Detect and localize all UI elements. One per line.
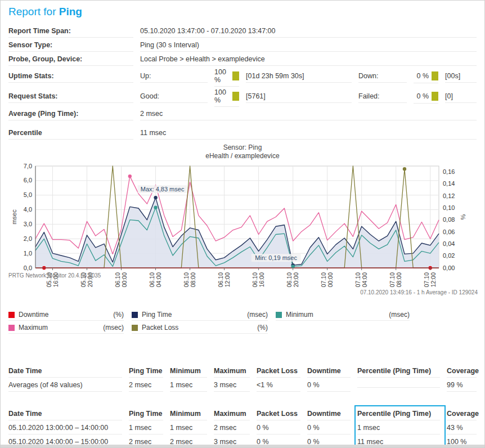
legend-item: Downtime(%) bbox=[8, 310, 124, 321]
table-header-cell: Coverage bbox=[447, 408, 477, 420]
table-header-cell: Date Time bbox=[8, 408, 122, 420]
legend-swatch bbox=[8, 325, 15, 331]
sensor-chart: Sensor: Ping eHealth / exampledevice 05.… bbox=[8, 144, 477, 301]
info-row-average: Average (Ping Time): 2 msec bbox=[8, 107, 477, 121]
table-cell: 1 msec bbox=[170, 379, 207, 392]
table-header-cell: Maximum bbox=[214, 365, 250, 378]
table-cell: Averages (of 48 values) bbox=[8, 379, 122, 392]
annotation-text: Min: 0,19 msec bbox=[255, 254, 297, 261]
y-tick-label-right: 0,10 bbox=[443, 204, 455, 211]
stat-detail: [01d 23h 59m 30s] bbox=[246, 70, 352, 83]
table-header-cell: Ping Time bbox=[129, 408, 163, 420]
table-cell: 1 msec bbox=[129, 422, 163, 434]
info-label: Average (Ping Time): bbox=[8, 108, 133, 120]
y-tick-label-left: 2,0 bbox=[24, 235, 32, 242]
y-tick-label-right: 0,04 bbox=[443, 240, 455, 247]
legend-unit: (msec) bbox=[247, 311, 268, 319]
y-tick-label-right: 0,00 bbox=[443, 265, 455, 271]
table-cell: 43 % bbox=[447, 422, 477, 434]
x-tick-label-time: 08:00 bbox=[190, 272, 196, 287]
table-header-cell: Minimum bbox=[170, 365, 207, 378]
stat-name: Good: bbox=[140, 91, 208, 103]
x-tick-label-date: 07.10 bbox=[389, 272, 396, 287]
hourly-table: Date TimePing TimeMinimumMaximumPacket L… bbox=[8, 407, 477, 448]
legend-label: Packet Loss bbox=[142, 324, 257, 331]
info-label: Sensor Type: bbox=[8, 39, 133, 52]
table-header-cell: Packet Loss bbox=[257, 408, 300, 420]
legend-label: Maximum bbox=[19, 324, 103, 331]
info-row-uptime-stats: Uptime Stats: Up: 100 % [01d 23h 59m 30s… bbox=[8, 66, 477, 87]
table-cell: 1 msec bbox=[170, 422, 207, 434]
y-tick-label-left: 1,0 bbox=[24, 250, 32, 257]
legend-label: Downtime bbox=[19, 311, 113, 319]
x-tick-label-time: 08:00 bbox=[396, 272, 402, 287]
table-header-cell: Coverage bbox=[447, 365, 477, 378]
y-tick-label-right: 0,14 bbox=[443, 180, 455, 187]
y-tick-label-right: 0,06 bbox=[443, 229, 455, 235]
horizontal-scrollbar[interactable] bbox=[1, 445, 484, 447]
legend-unit: (msec) bbox=[389, 311, 410, 319]
y-tick-label-left: 7,0 bbox=[24, 163, 32, 169]
table-cell: 0 % bbox=[307, 422, 351, 434]
minimum-marker bbox=[154, 206, 157, 209]
averages-table: Date TimePing TimeMinimumMaximumPacket L… bbox=[8, 364, 477, 392]
page-title-sensor: Ping bbox=[59, 6, 82, 17]
status-chip bbox=[432, 71, 438, 80]
spacer bbox=[8, 121, 477, 126]
table-header-row: Date TimePing TimeMinimumMaximumPacket L… bbox=[8, 407, 477, 421]
status-chip bbox=[232, 71, 239, 80]
x-tick-label-date: 07.10 bbox=[354, 272, 361, 287]
info-row-percentile: Percentile 11 msec bbox=[8, 126, 477, 140]
x-tick-label-date: 06.10 bbox=[252, 272, 258, 287]
chart-title: Sensor: Ping bbox=[8, 144, 477, 152]
legend-swatch bbox=[132, 312, 138, 318]
chart-footer-version: PRTG Network Monitor 20.4.64.1035 bbox=[8, 272, 101, 279]
x-tick-label-date: 06.10 bbox=[114, 272, 121, 287]
info-row-time-span: Report Time Span: 05.10.2020 13:47:00 - … bbox=[8, 24, 477, 38]
table-cell: 99 % bbox=[447, 379, 477, 392]
info-value: 2 msec bbox=[140, 108, 477, 120]
info-row-request-stats: Request Stats: Good: 100 % [5761] Failed… bbox=[8, 87, 477, 107]
info-value: 11 msec bbox=[140, 127, 477, 140]
legend-item: Minimum(msec) bbox=[276, 310, 410, 321]
table-cell: 3 msec bbox=[214, 379, 250, 392]
x-tick-label-date: 06.10 bbox=[149, 272, 155, 287]
info-label: Probe, Group, Device: bbox=[8, 53, 133, 66]
stat-percent: 0 % bbox=[416, 72, 429, 80]
table-row: Averages (of 48 values)2 msec1 msec3 mse… bbox=[8, 378, 477, 392]
legend-unit: (msec) bbox=[103, 324, 124, 331]
table-cell: 0 % bbox=[257, 422, 300, 434]
info-row-probe-group-device: Probe, Group, Device: Local Probe > eHea… bbox=[8, 52, 477, 66]
table-cell: 0 % bbox=[307, 379, 351, 392]
maximum-marker bbox=[128, 174, 132, 178]
table-header-cell: Minimum bbox=[170, 408, 207, 420]
chart-subtitle: eHealth / exampledevice bbox=[8, 152, 477, 160]
legend-item: Ping Time(msec) bbox=[132, 310, 268, 321]
table-cell bbox=[357, 383, 440, 388]
stat-value: 100 % bbox=[214, 87, 239, 107]
status-chip bbox=[432, 92, 438, 101]
ping-time-marker bbox=[154, 196, 157, 199]
table-header-cell: Downtime bbox=[307, 408, 351, 420]
x-tick-label-time: 12:00 bbox=[224, 272, 231, 287]
table-header-cell: Packet Loss bbox=[257, 365, 300, 378]
stat-name: Failed: bbox=[358, 91, 407, 103]
info-value: Local Probe > eHealth > exampledevice bbox=[140, 53, 477, 66]
info-row-sensor-type: Sensor Type: Ping (30 s Interval) bbox=[8, 38, 477, 52]
chart-plot-area: 05.1016:0005.1020:0006.1000:0006.1004:00… bbox=[8, 160, 477, 301]
stat-value: 0 % bbox=[414, 70, 438, 83]
y-tick-label-left: 6,0 bbox=[24, 177, 32, 183]
info-label: Request Stats: bbox=[8, 91, 133, 103]
x-tick-label-date: 07.10 bbox=[320, 272, 327, 287]
stat-percent: 100 % bbox=[214, 88, 230, 104]
stat-name: Up: bbox=[140, 70, 208, 83]
legend-swatch bbox=[276, 312, 282, 318]
stat-percent: 100 % bbox=[214, 68, 230, 84]
annotation-text: Max: 4,83 msec bbox=[141, 186, 185, 192]
y-tick-label-left: 5,0 bbox=[24, 191, 32, 198]
stat-percent: 0 % bbox=[416, 92, 429, 100]
page-title-prefix: Report for bbox=[8, 6, 59, 17]
table-header-cell: Maximum bbox=[214, 408, 250, 420]
stat-detail: [0] bbox=[445, 91, 477, 103]
legend-label: Ping Time bbox=[142, 311, 247, 319]
